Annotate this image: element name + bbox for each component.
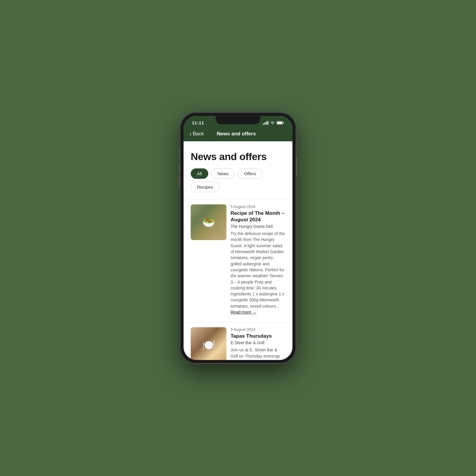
phone-frame: 11:11: [180, 112, 296, 364]
nav-bar: ‹ Back News and offers: [184, 128, 292, 141]
phone-screen: 11:11: [184, 116, 292, 360]
tapas-image: 🍽️: [191, 327, 226, 360]
article-0[interactable]: 🥗 5 August 2024 Recipe of The Month – Au…: [184, 199, 292, 322]
svg-rect-2: [266, 122, 267, 125]
article-1-desc: Join us at E. Street Bar & Grill on Thur…: [231, 347, 285, 360]
article-0-source: The Hungry Guest Deli: [231, 224, 285, 229]
filter-news[interactable]: News: [211, 168, 235, 179]
article-0-content: 5 August 2024 Recipe of The Month – Augu…: [231, 204, 285, 315]
article-0-read-more[interactable]: Read more →: [231, 310, 256, 314]
page-title: News and offers: [184, 141, 292, 168]
svg-rect-3: [267, 121, 268, 125]
article-1-image: 🍽️: [191, 327, 226, 360]
filter-chips: All News Offers Recipes: [184, 168, 292, 199]
article-1-source: E.Steet Bar & Grill: [231, 340, 285, 345]
article-0-date: 5 August 2024: [231, 204, 285, 209]
svg-rect-0: [263, 123, 264, 125]
svg-rect-1: [264, 123, 265, 125]
signal-icon: [263, 121, 268, 125]
filter-all[interactable]: All: [191, 168, 208, 179]
wifi-icon: [270, 121, 275, 125]
filter-offers[interactable]: Offers: [238, 168, 262, 179]
article-0-image: 🥗: [191, 204, 226, 240]
battery-icon: [277, 121, 284, 125]
filter-recipes[interactable]: Recipes: [191, 182, 219, 192]
article-1-date: 5 August 2024: [231, 327, 285, 332]
article-1-content: 5 August 2024 Tapas Thursdays E.Steet Ba…: [231, 327, 285, 360]
back-label: Back: [193, 131, 204, 137]
notch: [216, 116, 260, 124]
article-0-desc: Try the delicious recipe of the month fr…: [231, 231, 285, 315]
article-1[interactable]: 🍽️ 5 August 2024 Tapas Thursdays E.Steet…: [184, 322, 292, 360]
svg-rect-6: [283, 122, 284, 123]
nav-title: News and offers: [204, 131, 269, 137]
back-chevron-icon: ‹: [190, 130, 192, 137]
article-0-title: Recipe of The Month – August 2024: [231, 210, 285, 223]
salad-image: 🥗: [191, 204, 226, 240]
salad-emoji: 🥗: [202, 216, 215, 228]
tapas-emoji: 🍽️: [202, 339, 215, 351]
content-area[interactable]: News and offers All News Offers Recipes …: [184, 141, 292, 360]
svg-rect-5: [277, 122, 282, 124]
back-button[interactable]: ‹ Back: [190, 131, 204, 137]
status-icons: [263, 121, 284, 125]
status-time: 11:11: [192, 120, 204, 125]
article-1-title: Tapas Thursdays: [231, 333, 285, 339]
